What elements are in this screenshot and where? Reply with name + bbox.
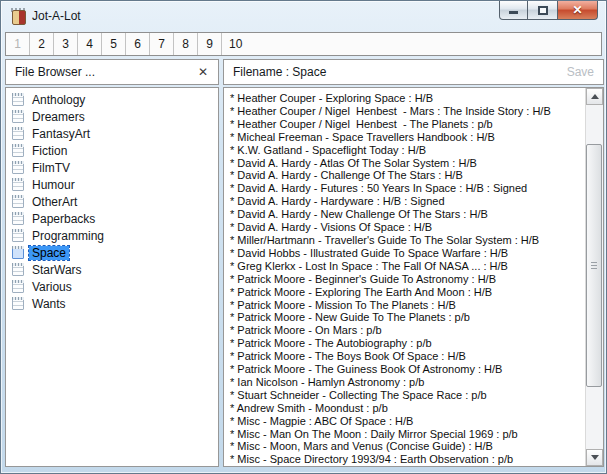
file-browser-title: File Browser ... bbox=[15, 65, 95, 79]
close-icon: ✕ bbox=[572, 4, 582, 16]
entry-line: * Patrick Moore - The Autobiography : p/… bbox=[230, 337, 586, 350]
entry-line: * David A. Hardy - Hardyware : H/B : Sig… bbox=[230, 195, 586, 208]
page-button-8[interactable]: 8 bbox=[174, 33, 198, 55]
file-item-humour[interactable]: Humour bbox=[6, 176, 218, 193]
page-button-1[interactable]: 1 bbox=[6, 33, 30, 55]
document-icon bbox=[12, 93, 24, 106]
document-icon bbox=[12, 127, 24, 140]
maximize-icon bbox=[538, 6, 548, 15]
entry-line: * Greg Klerkx - Lost In Space : The Fall… bbox=[230, 260, 586, 273]
file-item-dreamers[interactable]: Dreamers bbox=[6, 108, 218, 125]
entry-line: * David A. Hardy - Challenge Of The Star… bbox=[230, 169, 586, 182]
document-icon bbox=[12, 263, 24, 276]
document-icon bbox=[12, 144, 24, 157]
file-browser-close-icon[interactable]: ✕ bbox=[197, 65, 209, 79]
document-icon bbox=[12, 161, 24, 174]
page-button-4[interactable]: 4 bbox=[78, 33, 102, 55]
entry-line: * Ian Nicolson - Hamlyn Astronomy : p/b bbox=[230, 376, 586, 389]
scrollbar-thumb[interactable] bbox=[586, 144, 602, 387]
page-button-5[interactable]: 5 bbox=[102, 33, 126, 55]
arrow-up-icon bbox=[591, 94, 599, 99]
editor-panel: * Heather Couper - Exploring Space : H/B… bbox=[223, 87, 604, 467]
file-item-fiction[interactable]: Fiction bbox=[6, 142, 218, 159]
page-button-3[interactable]: 3 bbox=[54, 33, 78, 55]
entry-line: * Misc - Magpie : ABC Of Space : H/B bbox=[230, 415, 586, 428]
page-button-9[interactable]: 9 bbox=[198, 33, 222, 55]
file-browser-header: File Browser ... ✕ bbox=[5, 59, 219, 85]
vertical-scrollbar[interactable] bbox=[585, 88, 603, 466]
entry-line: * Patrick Moore - Beginner's Guide To As… bbox=[230, 273, 586, 286]
entry-line: * Patrick Moore - On Mars : p/b bbox=[230, 324, 586, 337]
document-icon bbox=[12, 229, 24, 242]
window-title: Jot-A-Lot bbox=[32, 9, 81, 23]
minimize-icon bbox=[509, 11, 518, 14]
entry-line: * Heather Couper - Exploring Space : H/B bbox=[230, 92, 586, 105]
file-item-wants[interactable]: Wants bbox=[6, 295, 218, 312]
file-item-fantasyart[interactable]: FantasyArt bbox=[6, 125, 218, 142]
document-icon bbox=[12, 246, 24, 259]
maximize-button[interactable] bbox=[528, 1, 557, 20]
file-item-space[interactable]: Space bbox=[6, 244, 218, 261]
page-toolbar: 1 2 3 4 5 6 7 8 9 10 bbox=[5, 32, 602, 56]
editor-header: Filename : Space Save bbox=[223, 59, 604, 85]
file-item-anthology[interactable]: Anthology bbox=[6, 91, 218, 108]
scroll-up-button[interactable] bbox=[586, 88, 603, 105]
window-controls: ✕ bbox=[499, 1, 598, 20]
entry-line: * Misc - Moon, Mars and Venus (Concise G… bbox=[230, 440, 586, 453]
app-window: Jot-A-Lot ✕ 1 2 3 4 5 6 7 8 9 10 File Br… bbox=[0, 0, 607, 474]
entry-line: * Miller/Hartmann - Traveller's Guide To… bbox=[230, 234, 586, 247]
entry-line: * Patrick Moore - The Guiness Book Of As… bbox=[230, 363, 586, 376]
entry-line: * Heather Couper / Nigel Henbest - Mars … bbox=[230, 105, 586, 118]
entry-line: * David A. Hardy - New Challenge Of The … bbox=[230, 208, 586, 221]
entry-line: * Patrick Moore - The Boys Book Of Space… bbox=[230, 350, 586, 363]
page-button-2[interactable]: 2 bbox=[30, 33, 54, 55]
minimize-button[interactable] bbox=[499, 1, 528, 20]
entry-line: * Patrick Moore - Mission To The Planets… bbox=[230, 299, 586, 312]
scroll-down-button[interactable] bbox=[586, 449, 603, 466]
page-button-7[interactable]: 7 bbox=[150, 33, 174, 55]
app-icon-pad bbox=[12, 10, 26, 25]
entry-line: * David A. Hardy - Visions Of Space : H/… bbox=[230, 221, 586, 234]
entry-line: * Misc - Space Directory 1993/94 : Earth… bbox=[230, 453, 586, 466]
page-button-6[interactable]: 6 bbox=[126, 33, 150, 55]
document-icon bbox=[12, 195, 24, 208]
entry-line: * David A. Hardy - Futures : 50 Years In… bbox=[230, 182, 586, 195]
file-item-programming[interactable]: Programming bbox=[6, 227, 218, 244]
entry-line: * Patrick Moore - New Guide To The Plane… bbox=[230, 311, 586, 324]
file-item-various[interactable]: Various bbox=[6, 278, 218, 295]
editor-title: Filename : Space bbox=[233, 65, 326, 79]
app-icon bbox=[10, 8, 26, 24]
entry-line: * Micheal Freeman - Space Travellers Han… bbox=[230, 131, 586, 144]
entry-line: * David A. Hardy - Atlas Of The Solar Sy… bbox=[230, 157, 586, 170]
save-button[interactable]: Save bbox=[567, 65, 594, 79]
file-item-starwars[interactable]: StarWars bbox=[6, 261, 218, 278]
page-button-10[interactable]: 10 bbox=[222, 33, 253, 55]
entry-line: * Patrick Moore - Exploring The Earth An… bbox=[230, 286, 586, 299]
entry-line: * Heather Couper / Nigel Henbest - The P… bbox=[230, 118, 586, 131]
document-icon bbox=[12, 110, 24, 123]
entry-line: * David Hobbs - Illustrated Guide To Spa… bbox=[230, 247, 586, 260]
document-icon bbox=[12, 212, 24, 225]
close-button[interactable]: ✕ bbox=[557, 1, 598, 20]
file-browser-list: Anthology Dreamers FantasyArt Fiction Fi… bbox=[5, 87, 219, 467]
entry-line: * Stuart Schneider - Collecting The Spac… bbox=[230, 389, 586, 402]
entry-line: * Andrew Smith - Moondust : p/b bbox=[230, 402, 586, 415]
entry-line: * K.W. Gatland - Spaceflight Today : H/B bbox=[230, 144, 586, 157]
arrow-down-icon bbox=[591, 455, 599, 460]
entry-line: * Misc - Man On The Moon : Daily Mirror … bbox=[230, 428, 586, 441]
file-item-paperbacks[interactable]: Paperbacks bbox=[6, 210, 218, 227]
document-icon bbox=[12, 297, 24, 310]
editor-text-area[interactable]: * Heather Couper - Exploring Space : H/B… bbox=[224, 88, 586, 466]
document-icon bbox=[12, 280, 24, 293]
file-item-filmtv[interactable]: FilmTV bbox=[6, 159, 218, 176]
document-icon bbox=[12, 178, 24, 191]
file-item-otherart[interactable]: OtherArt bbox=[6, 193, 218, 210]
